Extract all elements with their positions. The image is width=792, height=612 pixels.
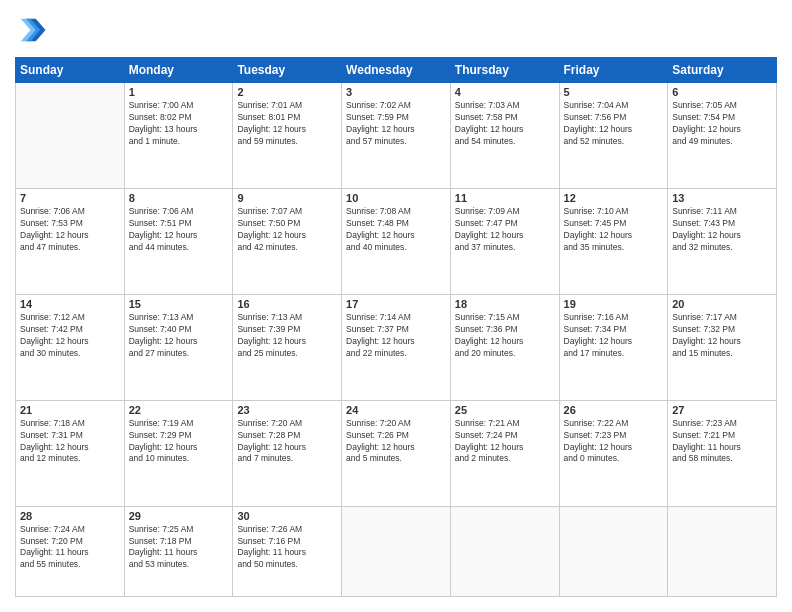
day-number: 1 bbox=[129, 86, 229, 98]
day-info: Sunrise: 7:13 AMSunset: 7:39 PMDaylight:… bbox=[237, 312, 337, 360]
calendar-cell: 9Sunrise: 7:07 AMSunset: 7:50 PMDaylight… bbox=[233, 188, 342, 294]
day-info: Sunrise: 7:13 AMSunset: 7:40 PMDaylight:… bbox=[129, 312, 229, 360]
day-info: Sunrise: 7:24 AMSunset: 7:20 PMDaylight:… bbox=[20, 524, 120, 572]
calendar-cell bbox=[668, 506, 777, 596]
weekday-header-monday: Monday bbox=[124, 58, 233, 83]
calendar-week-2: 7Sunrise: 7:06 AMSunset: 7:53 PMDaylight… bbox=[16, 188, 777, 294]
day-number: 19 bbox=[564, 298, 664, 310]
calendar-cell: 25Sunrise: 7:21 AMSunset: 7:24 PMDayligh… bbox=[450, 400, 559, 506]
day-number: 2 bbox=[237, 86, 337, 98]
day-info: Sunrise: 7:20 AMSunset: 7:28 PMDaylight:… bbox=[237, 418, 337, 466]
day-number: 23 bbox=[237, 404, 337, 416]
day-info: Sunrise: 7:21 AMSunset: 7:24 PMDaylight:… bbox=[455, 418, 555, 466]
day-info: Sunrise: 7:05 AMSunset: 7:54 PMDaylight:… bbox=[672, 100, 772, 148]
day-info: Sunrise: 7:18 AMSunset: 7:31 PMDaylight:… bbox=[20, 418, 120, 466]
weekday-header-row: SundayMondayTuesdayWednesdayThursdayFrid… bbox=[16, 58, 777, 83]
calendar-cell: 12Sunrise: 7:10 AMSunset: 7:45 PMDayligh… bbox=[559, 188, 668, 294]
weekday-header-sunday: Sunday bbox=[16, 58, 125, 83]
day-info: Sunrise: 7:14 AMSunset: 7:37 PMDaylight:… bbox=[346, 312, 446, 360]
day-info: Sunrise: 7:03 AMSunset: 7:58 PMDaylight:… bbox=[455, 100, 555, 148]
day-info: Sunrise: 7:12 AMSunset: 7:42 PMDaylight:… bbox=[20, 312, 120, 360]
calendar-week-5: 28Sunrise: 7:24 AMSunset: 7:20 PMDayligh… bbox=[16, 506, 777, 596]
day-info: Sunrise: 7:09 AMSunset: 7:47 PMDaylight:… bbox=[455, 206, 555, 254]
calendar-cell: 13Sunrise: 7:11 AMSunset: 7:43 PMDayligh… bbox=[668, 188, 777, 294]
day-number: 30 bbox=[237, 510, 337, 522]
day-info: Sunrise: 7:22 AMSunset: 7:23 PMDaylight:… bbox=[564, 418, 664, 466]
header bbox=[15, 15, 777, 49]
calendar-cell bbox=[559, 506, 668, 596]
day-info: Sunrise: 7:23 AMSunset: 7:21 PMDaylight:… bbox=[672, 418, 772, 466]
calendar-cell: 29Sunrise: 7:25 AMSunset: 7:18 PMDayligh… bbox=[124, 506, 233, 596]
day-number: 8 bbox=[129, 192, 229, 204]
day-number: 27 bbox=[672, 404, 772, 416]
calendar-cell: 20Sunrise: 7:17 AMSunset: 7:32 PMDayligh… bbox=[668, 294, 777, 400]
day-number: 12 bbox=[564, 192, 664, 204]
calendar-week-1: 1Sunrise: 7:00 AMSunset: 8:02 PMDaylight… bbox=[16, 83, 777, 189]
day-info: Sunrise: 7:08 AMSunset: 7:48 PMDaylight:… bbox=[346, 206, 446, 254]
calendar-week-3: 14Sunrise: 7:12 AMSunset: 7:42 PMDayligh… bbox=[16, 294, 777, 400]
calendar-cell: 15Sunrise: 7:13 AMSunset: 7:40 PMDayligh… bbox=[124, 294, 233, 400]
day-number: 9 bbox=[237, 192, 337, 204]
calendar-week-4: 21Sunrise: 7:18 AMSunset: 7:31 PMDayligh… bbox=[16, 400, 777, 506]
day-number: 6 bbox=[672, 86, 772, 98]
calendar-cell: 6Sunrise: 7:05 AMSunset: 7:54 PMDaylight… bbox=[668, 83, 777, 189]
day-number: 29 bbox=[129, 510, 229, 522]
weekday-header-thursday: Thursday bbox=[450, 58, 559, 83]
calendar-cell: 30Sunrise: 7:26 AMSunset: 7:16 PMDayligh… bbox=[233, 506, 342, 596]
day-number: 4 bbox=[455, 86, 555, 98]
calendar-cell bbox=[16, 83, 125, 189]
page: SundayMondayTuesdayWednesdayThursdayFrid… bbox=[0, 0, 792, 612]
calendar-cell: 28Sunrise: 7:24 AMSunset: 7:20 PMDayligh… bbox=[16, 506, 125, 596]
calendar-cell: 5Sunrise: 7:04 AMSunset: 7:56 PMDaylight… bbox=[559, 83, 668, 189]
day-number: 3 bbox=[346, 86, 446, 98]
calendar-cell: 16Sunrise: 7:13 AMSunset: 7:39 PMDayligh… bbox=[233, 294, 342, 400]
calendar-table: SundayMondayTuesdayWednesdayThursdayFrid… bbox=[15, 57, 777, 597]
day-info: Sunrise: 7:04 AMSunset: 7:56 PMDaylight:… bbox=[564, 100, 664, 148]
day-number: 11 bbox=[455, 192, 555, 204]
weekday-header-saturday: Saturday bbox=[668, 58, 777, 83]
day-info: Sunrise: 7:02 AMSunset: 7:59 PMDaylight:… bbox=[346, 100, 446, 148]
day-info: Sunrise: 7:15 AMSunset: 7:36 PMDaylight:… bbox=[455, 312, 555, 360]
calendar-cell: 11Sunrise: 7:09 AMSunset: 7:47 PMDayligh… bbox=[450, 188, 559, 294]
calendar-cell: 3Sunrise: 7:02 AMSunset: 7:59 PMDaylight… bbox=[342, 83, 451, 189]
day-info: Sunrise: 7:26 AMSunset: 7:16 PMDaylight:… bbox=[237, 524, 337, 572]
day-info: Sunrise: 7:19 AMSunset: 7:29 PMDaylight:… bbox=[129, 418, 229, 466]
calendar-cell: 18Sunrise: 7:15 AMSunset: 7:36 PMDayligh… bbox=[450, 294, 559, 400]
logo-icon bbox=[17, 15, 47, 45]
day-number: 14 bbox=[20, 298, 120, 310]
day-number: 21 bbox=[20, 404, 120, 416]
calendar-cell: 2Sunrise: 7:01 AMSunset: 8:01 PMDaylight… bbox=[233, 83, 342, 189]
calendar-cell: 19Sunrise: 7:16 AMSunset: 7:34 PMDayligh… bbox=[559, 294, 668, 400]
day-number: 22 bbox=[129, 404, 229, 416]
day-number: 13 bbox=[672, 192, 772, 204]
day-info: Sunrise: 7:07 AMSunset: 7:50 PMDaylight:… bbox=[237, 206, 337, 254]
calendar-cell: 7Sunrise: 7:06 AMSunset: 7:53 PMDaylight… bbox=[16, 188, 125, 294]
day-info: Sunrise: 7:16 AMSunset: 7:34 PMDaylight:… bbox=[564, 312, 664, 360]
day-number: 10 bbox=[346, 192, 446, 204]
weekday-header-friday: Friday bbox=[559, 58, 668, 83]
day-number: 16 bbox=[237, 298, 337, 310]
day-info: Sunrise: 7:11 AMSunset: 7:43 PMDaylight:… bbox=[672, 206, 772, 254]
day-number: 25 bbox=[455, 404, 555, 416]
weekday-header-wednesday: Wednesday bbox=[342, 58, 451, 83]
calendar-cell: 22Sunrise: 7:19 AMSunset: 7:29 PMDayligh… bbox=[124, 400, 233, 506]
calendar-cell: 17Sunrise: 7:14 AMSunset: 7:37 PMDayligh… bbox=[342, 294, 451, 400]
calendar-cell: 8Sunrise: 7:06 AMSunset: 7:51 PMDaylight… bbox=[124, 188, 233, 294]
day-number: 26 bbox=[564, 404, 664, 416]
logo bbox=[15, 15, 47, 49]
day-number: 20 bbox=[672, 298, 772, 310]
calendar-cell: 1Sunrise: 7:00 AMSunset: 8:02 PMDaylight… bbox=[124, 83, 233, 189]
calendar-cell: 26Sunrise: 7:22 AMSunset: 7:23 PMDayligh… bbox=[559, 400, 668, 506]
day-info: Sunrise: 7:06 AMSunset: 7:53 PMDaylight:… bbox=[20, 206, 120, 254]
calendar-cell: 27Sunrise: 7:23 AMSunset: 7:21 PMDayligh… bbox=[668, 400, 777, 506]
day-info: Sunrise: 7:00 AMSunset: 8:02 PMDaylight:… bbox=[129, 100, 229, 148]
day-number: 5 bbox=[564, 86, 664, 98]
day-info: Sunrise: 7:20 AMSunset: 7:26 PMDaylight:… bbox=[346, 418, 446, 466]
calendar-cell bbox=[342, 506, 451, 596]
day-number: 18 bbox=[455, 298, 555, 310]
calendar-cell: 10Sunrise: 7:08 AMSunset: 7:48 PMDayligh… bbox=[342, 188, 451, 294]
day-number: 15 bbox=[129, 298, 229, 310]
day-info: Sunrise: 7:25 AMSunset: 7:18 PMDaylight:… bbox=[129, 524, 229, 572]
day-info: Sunrise: 7:17 AMSunset: 7:32 PMDaylight:… bbox=[672, 312, 772, 360]
day-number: 7 bbox=[20, 192, 120, 204]
